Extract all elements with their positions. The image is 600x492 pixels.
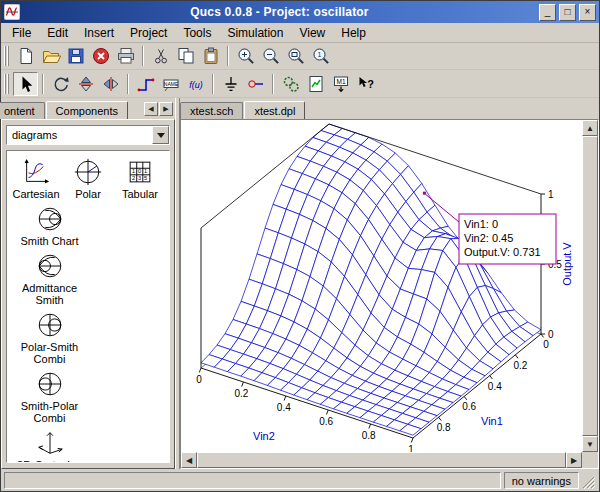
data-display-canvas[interactable]: 00.20.40.60.81Vin200.20.40.60.8Vin100.51… bbox=[181, 120, 582, 452]
resize-grip[interactable] bbox=[582, 472, 596, 489]
document-area: xtest.sch xtest.dpl 00.20.40.60.81Vin200… bbox=[180, 98, 599, 469]
svg-text:0.8: 0.8 bbox=[437, 422, 451, 433]
tab-scroll-left-button[interactable]: ◀ bbox=[144, 102, 158, 116]
new-document-button[interactable] bbox=[13, 44, 38, 68]
toolbar-separator bbox=[212, 74, 214, 94]
palette-item-admittance-smith[interactable]: Admittance Smith bbox=[10, 251, 89, 306]
zoom-out-button[interactable] bbox=[258, 44, 283, 68]
diagram-palette: CartesianPolar101235TabularSmith ChartAd… bbox=[6, 150, 170, 463]
svg-text:5: 5 bbox=[144, 175, 147, 181]
minimize-button[interactable]: _ bbox=[539, 4, 556, 21]
svg-text:NAME: NAME bbox=[163, 80, 178, 86]
svg-text:0.4: 0.4 bbox=[277, 402, 291, 413]
svg-text:2: 2 bbox=[132, 175, 135, 181]
palette-item-polar-smith-combi[interactable]: Polar-Smith Combi bbox=[10, 310, 89, 365]
save-file-button[interactable] bbox=[63, 44, 88, 68]
palette-item-smith-chart[interactable]: Smith Chart bbox=[10, 204, 89, 247]
palette-item-smith-polar-combi[interactable]: Smith-Polar Combi bbox=[10, 369, 89, 424]
document-tab-xtest-sch[interactable]: xtest.sch bbox=[180, 102, 243, 119]
menu-view[interactable]: View bbox=[291, 23, 333, 42]
view-data-button[interactable] bbox=[303, 72, 328, 96]
copy-button[interactable] bbox=[173, 44, 198, 68]
scroll-up-button[interactable]: ▲ bbox=[582, 120, 598, 136]
window-title: Qucs 0.0.8 - Project: oscillator bbox=[23, 5, 536, 19]
horizontal-scrollbar[interactable]: ◀ ▶ bbox=[181, 452, 582, 468]
chevron-down-icon bbox=[157, 133, 165, 142]
close-button[interactable]: × bbox=[579, 4, 596, 21]
mirror-about-x-button[interactable] bbox=[73, 72, 98, 96]
palette-item-label: 3D-Cartesian bbox=[17, 459, 82, 463]
palette-item-label: Polar bbox=[75, 188, 101, 200]
svg-text:0.6: 0.6 bbox=[462, 401, 476, 412]
sidebar-tab-content[interactable]: ontent bbox=[0, 102, 45, 119]
menu-insert[interactable]: Insert bbox=[76, 23, 122, 42]
toolbar-handle[interactable] bbox=[4, 74, 10, 94]
print-button[interactable] bbox=[113, 44, 138, 68]
wire-label-button[interactable]: NAME bbox=[158, 72, 183, 96]
vertical-scrollbar[interactable]: ▲ ▼ bbox=[582, 120, 598, 452]
menu-file[interactable]: File bbox=[4, 23, 39, 42]
menu-tools[interactable]: Tools bbox=[175, 23, 219, 42]
cut-button[interactable] bbox=[148, 44, 173, 68]
diagram-category-select[interactable]: diagrams bbox=[6, 125, 170, 145]
zoom-in-button[interactable] bbox=[233, 44, 258, 68]
menu-simulation[interactable]: Simulation bbox=[219, 23, 291, 42]
menu-edit[interactable]: Edit bbox=[39, 23, 76, 42]
tab-scroll-buttons: ◀ ▶ bbox=[142, 102, 175, 119]
rotate-ccw-button[interactable] bbox=[48, 72, 73, 96]
horizontal-scroll-thumb[interactable] bbox=[197, 452, 566, 468]
whats-this-button[interactable]: ? bbox=[353, 72, 378, 96]
palette-item-polar[interactable]: Polar bbox=[62, 157, 114, 200]
titlebar[interactable]: Qucs 0.0.8 - Project: oscillator _ □ × bbox=[1, 1, 599, 23]
smith-polar-combi-icon bbox=[35, 369, 65, 399]
scroll-left-button[interactable]: ◀ bbox=[181, 452, 197, 468]
work-toolbar: NAMEf(u)M1? bbox=[1, 70, 599, 98]
select-pointer-button[interactable] bbox=[13, 72, 38, 96]
toolbar-separator bbox=[142, 46, 144, 66]
cut-icon bbox=[151, 46, 171, 66]
paste-icon bbox=[201, 46, 221, 66]
scroll-right-button[interactable]: ▶ bbox=[566, 452, 582, 468]
zoom-fit-button[interactable] bbox=[283, 44, 308, 68]
insert-port-button[interactable] bbox=[243, 72, 268, 96]
maximize-button[interactable]: □ bbox=[559, 4, 576, 21]
palette-item-3d-cartesian[interactable]: 3D-Cartesian bbox=[10, 428, 89, 463]
svg-text:0: 0 bbox=[548, 329, 554, 340]
insert-wire-button[interactable] bbox=[133, 72, 158, 96]
palette-item-label: Polar-Smith Combi bbox=[10, 341, 89, 365]
palette-item-label: Smith Chart bbox=[20, 235, 78, 247]
menu-help[interactable]: Help bbox=[333, 23, 374, 42]
svg-text:0: 0 bbox=[196, 374, 202, 385]
palette-item-tabular[interactable]: 101235Tabular bbox=[114, 157, 166, 200]
open-file-button[interactable] bbox=[38, 44, 63, 68]
mirror-about-y-button[interactable] bbox=[98, 72, 123, 96]
tabular-diagram-icon: 101235 bbox=[125, 157, 155, 187]
document-tab-xtest-dpl[interactable]: xtest.dpl bbox=[244, 101, 305, 119]
components-panel: diagrams CartesianPolar101235TabularSmit… bbox=[1, 119, 175, 469]
sidebar-tab-components[interactable]: Components bbox=[46, 101, 128, 119]
admittance-smith-icon bbox=[35, 251, 65, 281]
warnings-indicator: no warnings bbox=[504, 472, 579, 489]
equation-button[interactable]: f(u) bbox=[183, 72, 208, 96]
tab-scroll-right-button[interactable]: ▶ bbox=[159, 102, 173, 116]
save-file-icon bbox=[66, 46, 86, 66]
insert-port-icon bbox=[246, 74, 266, 94]
combo-dropdown-button[interactable] bbox=[152, 126, 169, 144]
palette-item-label: Smith-Polar Combi bbox=[10, 400, 89, 424]
palette-item-cartesian[interactable]: Cartesian bbox=[10, 157, 62, 200]
insert-ground-button[interactable] bbox=[218, 72, 243, 96]
toolbar-handle[interactable] bbox=[4, 46, 10, 66]
menubar: FileEditInsertProjectToolsSimulationView… bbox=[1, 23, 599, 43]
simulate-button[interactable] bbox=[278, 72, 303, 96]
close-file-icon bbox=[91, 46, 111, 66]
zoom-one-to-one-icon: 1 bbox=[311, 46, 331, 66]
combo-value: diagrams bbox=[7, 126, 152, 144]
paste-button[interactable] bbox=[198, 44, 223, 68]
file-toolbar: 1 bbox=[1, 43, 599, 70]
close-file-button[interactable] bbox=[88, 44, 113, 68]
zoom-one-to-one-button[interactable]: 1 bbox=[308, 44, 333, 68]
vertical-scroll-thumb[interactable] bbox=[582, 136, 598, 436]
scroll-down-button[interactable]: ▼ bbox=[582, 436, 598, 452]
menu-project[interactable]: Project bbox=[122, 23, 175, 42]
subcircuit-button[interactable]: M1 bbox=[328, 72, 353, 96]
